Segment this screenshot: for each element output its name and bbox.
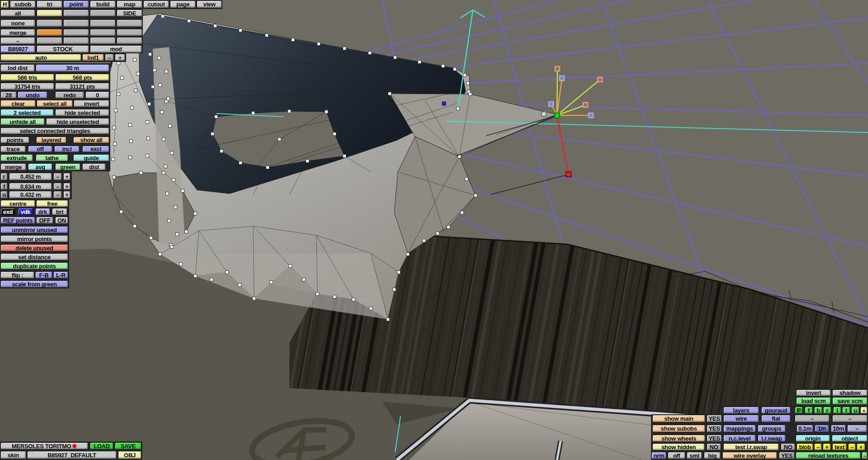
- layer-l-toggle[interactable]: l: [833, 407, 841, 414]
- vertex-handle[interactable]: [266, 166, 269, 169]
- swatch-cell[interactable]: [117, 37, 142, 44]
- grid-1m-button-active[interactable]: 1m: [815, 425, 829, 432]
- vertex-handle[interactable]: [134, 89, 137, 92]
- vertex-handle[interactable]: [387, 318, 390, 321]
- menu-h-button[interactable]: H: [0, 0, 9, 8]
- vertex-handle[interactable]: [394, 56, 397, 59]
- test-lr-swap-button[interactable]: test l.r.swap: [723, 443, 779, 451]
- vertex-handle[interactable]: [292, 38, 295, 42]
- vertex-handle[interactable]: [121, 76, 124, 80]
- coord-u-plus[interactable]: +: [63, 191, 71, 199]
- vertex-handle[interactable]: [325, 110, 328, 114]
- show-main-yes[interactable]: YES: [707, 415, 722, 422]
- vertex-handle[interactable]: [397, 271, 401, 274]
- vertex-handle[interactable]: [302, 278, 306, 281]
- dash-cell[interactable]: –: [795, 415, 830, 422]
- dash-cell[interactable]: –: [832, 415, 868, 422]
- lod1-button[interactable]: lod1: [82, 54, 104, 61]
- redo-button[interactable]: redo: [55, 91, 84, 99]
- vertex-handle[interactable]: [149, 53, 152, 56]
- vertex-handle[interactable]: [166, 192, 169, 195]
- vertex-handle[interactable]: [133, 58, 137, 62]
- layer-dot-toggle[interactable]: •: [860, 407, 868, 414]
- trace-excl-button[interactable]: excl: [82, 146, 109, 152]
- vertex-handle[interactable]: [253, 297, 256, 300]
- vertex-handle[interactable]: [181, 190, 184, 193]
- menu-subob-tab[interactable]: subob: [10, 0, 36, 8]
- nrm-big-button[interactable]: big: [704, 452, 721, 459]
- layers-button[interactable]: layers: [723, 407, 759, 414]
- show-main-button[interactable]: show main: [652, 415, 705, 422]
- auto-lod-button[interactable]: auto: [0, 54, 81, 61]
- coord-f-value[interactable]: 0.634 m: [9, 183, 52, 190]
- vertex-handle[interactable]: [146, 154, 149, 157]
- vertex-handle[interactable]: [179, 263, 183, 266]
- undo-button[interactable]: undo: [18, 91, 47, 99]
- flat-button[interactable]: flat: [761, 415, 791, 422]
- layer-u-toggle[interactable]: u: [851, 407, 859, 414]
- text-plus[interactable]: +: [857, 443, 865, 451]
- save-scm-button[interactable]: save scm: [832, 397, 868, 405]
- vertex-handle[interactable]: [343, 155, 346, 158]
- vertex-handle[interactable]: [278, 138, 281, 141]
- swatch-cell[interactable]: [37, 19, 62, 27]
- selected-vertex-blue[interactable]: [442, 102, 446, 105]
- vertex-handle[interactable]: [113, 126, 116, 129]
- vertex-handle[interactable]: [316, 293, 319, 296]
- vdk-toggle-active[interactable]: vdk: [18, 208, 33, 215]
- layer-f-toggle[interactable]: f: [805, 407, 813, 414]
- vertex-handle[interactable]: [159, 84, 162, 87]
- wire-overlay-yes[interactable]: YES: [779, 452, 795, 459]
- vertex-handle[interactable]: [117, 62, 120, 65]
- vertex-handle[interactable]: [167, 97, 170, 100]
- trace-button[interactable]: trace: [0, 146, 26, 152]
- set-distance-button[interactable]: set distance: [0, 253, 68, 261]
- coord-r-value[interactable]: 0.452 m: [9, 173, 52, 180]
- skin-label[interactable]: skin: [0, 451, 26, 459]
- save-button[interactable]: SAVE: [115, 442, 142, 450]
- coord-u-minus[interactable]: –: [53, 191, 62, 199]
- vertex-handle[interactable]: [343, 47, 346, 50]
- lathe-button[interactable]: lathe: [36, 154, 68, 161]
- test-lr-swap-no[interactable]: NO: [781, 443, 795, 451]
- vertex-handle[interactable]: [393, 288, 396, 291]
- drk-toggle[interactable]: drk: [35, 208, 50, 215]
- vertex-handle[interactable]: [317, 43, 321, 46]
- nrm-sml-button[interactable]: sml: [687, 452, 702, 459]
- vertex-handle[interactable]: [239, 161, 242, 165]
- groups-button[interactable]: groups: [758, 425, 786, 432]
- trace-off-button[interactable]: off: [28, 146, 52, 152]
- active-point-green[interactable]: [555, 113, 560, 118]
- vertex-handle[interactable]: [238, 284, 241, 287]
- vertex-handle[interactable]: [447, 226, 450, 229]
- swatch-yellow-cell[interactable]: [37, 9, 62, 17]
- select-all-button[interactable]: all: [0, 9, 35, 17]
- flip-fb-button[interactable]: F-B: [35, 271, 52, 279]
- stock-button[interactable]: STOCK: [37, 45, 89, 53]
- layer-p-toggle[interactable]: P: [795, 407, 803, 414]
- vertex-handle[interactable]: [469, 93, 472, 96]
- menu-cutout-tab[interactable]: cutout: [143, 0, 169, 8]
- mirror-points-button[interactable]: mirror points: [0, 235, 68, 242]
- vertex-handle[interactable]: [418, 61, 421, 64]
- vertex-handle[interactable]: [442, 65, 445, 68]
- vertex-handle[interactable]: [474, 194, 477, 197]
- mod-button[interactable]: mod: [90, 45, 142, 53]
- swatch-orange-cell[interactable]: [37, 29, 62, 36]
- vertex-handle[interactable]: [150, 237, 153, 240]
- vertex-handle[interactable]: [194, 212, 197, 215]
- select-none-button[interactable]: none: [0, 19, 35, 27]
- lod-minus-button[interactable]: –: [105, 54, 114, 61]
- swatch-cell[interactable]: [90, 29, 116, 36]
- show-subobs-yes[interactable]: YES: [707, 425, 722, 432]
- vertex-handle[interactable]: [210, 278, 213, 281]
- vertex-handle[interactable]: [185, 230, 188, 233]
- grid-dash-button[interactable]: –: [847, 425, 867, 432]
- vertex-handle[interactable]: [148, 103, 151, 106]
- blob-minus[interactable]: –: [814, 443, 822, 451]
- grid-10m-button[interactable]: 10m: [831, 425, 846, 432]
- vertex-handle[interactable]: [226, 271, 229, 274]
- vertex-handle[interactable]: [214, 24, 217, 28]
- vertex-handle[interactable]: [463, 74, 467, 77]
- unhide-all-button[interactable]: unhide all: [0, 118, 45, 125]
